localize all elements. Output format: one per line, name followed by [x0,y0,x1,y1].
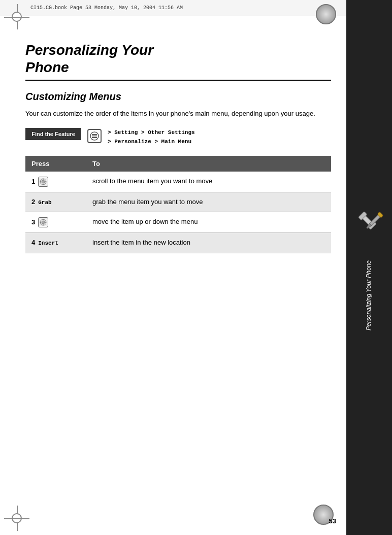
table-row: 1scroll to the menu item you want to mov… [25,172,331,192]
table-row: 2Grabgrab the menu item you want to move [25,192,331,212]
svg-rect-9 [92,137,97,138]
action-cell: scroll to the menu item you want to move [86,172,331,192]
action-cell: insert the item in the new location [86,233,331,253]
press-cell: 3 [25,212,86,233]
svg-rect-7 [92,134,97,135]
table-row: 3move the item up or down the menu [25,212,331,233]
title-divider [25,80,331,81]
find-feature-label: Find the Feature [25,128,81,140]
press-cell: 2Grab [25,192,86,212]
step-number: 3 [31,218,35,226]
section-description: Your can customize the order of the item… [25,109,331,119]
right-sidebar: Personalizing Your Phone [346,0,392,535]
table-row: 4Insertinsert the item in the new locati… [25,233,331,253]
svg-rect-8 [92,136,97,137]
col-press-header: Press [25,156,86,172]
press-label: Insert [38,240,58,246]
action-cell: grab the menu item you want to move [86,192,331,212]
find-feature-container: Find the Feature > Setting > Other Setti… [25,128,331,147]
page-title: Personalizing Your Phone [25,42,331,76]
nav-key-icon [38,217,48,227]
col-to-header: To [86,156,331,172]
tools-icon-container [351,205,387,240]
step-number: 1 [31,178,35,185]
find-feature-path: > Setting > Other Settings > Personalize… [108,128,195,147]
menu-icon [87,129,102,143]
file-info: CI15.CG.book Page 53 Monday, May 10, 200… [30,5,183,11]
press-label: Grab [38,199,51,206]
sidebar-label: Personalizing Your Phone [365,260,373,330]
main-content: Personalizing Your Phone Customizing Men… [15,16,341,520]
step-number: 2 [31,198,35,206]
table-header-row: Press To [25,156,331,172]
page-number: 53 [329,517,336,525]
step-number: 4 [31,239,35,246]
nav-key-icon [38,177,48,187]
press-cell: 4Insert [25,233,86,253]
press-cell: 1 [25,172,86,192]
instruction-table: Press To 1scroll to the menu item you wa… [25,156,331,253]
svg-point-11 [42,180,45,183]
tools-icon [354,207,384,238]
svg-point-17 [42,221,45,224]
section-heading: Customizing Menus [25,91,331,103]
action-cell: move the item up or down the menu [86,212,331,233]
